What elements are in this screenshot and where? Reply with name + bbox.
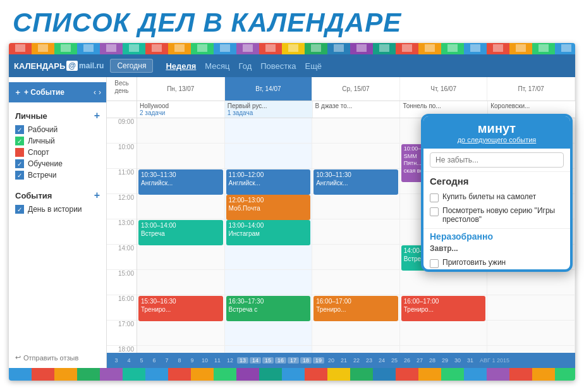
slot-tue-1[interactable] bbox=[225, 144, 312, 169]
slot-thu-9[interactable] bbox=[400, 346, 487, 353]
slot-tue-5[interactable] bbox=[225, 245, 312, 270]
mini-day-3[interactable]: 3 bbox=[111, 357, 122, 364]
sidebar-item-vstrechi[interactable]: Встречи bbox=[9, 169, 106, 181]
event-wed-english[interactable]: 10:30–11:30Английск... bbox=[313, 169, 398, 195]
sidebar-item-den-v-istorii[interactable]: День в истории bbox=[9, 204, 106, 215]
day-header-fri[interactable]: Пт, 17/07 bbox=[487, 77, 575, 101]
mini-day-15[interactable]: 15 bbox=[262, 357, 274, 364]
sidebar-item-obuchenie[interactable]: Обучение bbox=[9, 158, 106, 169]
checkbox-den-v-istorii[interactable] bbox=[15, 205, 24, 214]
event-tue-english[interactable]: 11:00–12:00Английск... bbox=[226, 169, 311, 195]
todo-checkbox-2[interactable] bbox=[430, 207, 439, 216]
slot-wed-6[interactable] bbox=[312, 270, 399, 295]
slot-fri-8[interactable] bbox=[487, 321, 575, 346]
event-wed-trenirovka[interactable]: 16:00–17:00Трениро... bbox=[313, 296, 398, 321]
slot-mon-0[interactable] bbox=[137, 118, 224, 144]
day-header-mon[interactable]: Пн, 13/07 bbox=[137, 77, 225, 101]
mini-day-12[interactable]: 12 bbox=[224, 357, 236, 364]
day-header-wed[interactable]: Ср, 15/07 bbox=[312, 77, 400, 101]
slot-tue-6[interactable] bbox=[225, 270, 312, 295]
todo-input[interactable] bbox=[430, 152, 564, 168]
mini-day-25[interactable]: 25 bbox=[389, 357, 400, 364]
slot-mon-1[interactable] bbox=[137, 144, 224, 169]
mini-day-21[interactable]: 21 bbox=[338, 357, 350, 364]
today-button[interactable]: Сегодня bbox=[110, 59, 153, 73]
mini-day-4[interactable]: 4 bbox=[123, 357, 135, 364]
mini-day-24[interactable]: 24 bbox=[376, 357, 387, 364]
event-tue-mobpochta[interactable]: 12:00–13:00Моб.Почта bbox=[226, 195, 311, 220]
mini-day-13[interactable]: 13 bbox=[237, 357, 248, 364]
slot-tue-8[interactable] bbox=[225, 321, 312, 346]
mini-day-17[interactable]: 17 bbox=[288, 357, 299, 364]
mini-day-10[interactable]: 10 bbox=[199, 357, 210, 364]
nav-link-more[interactable]: Ещё bbox=[305, 61, 322, 71]
event-mon-english[interactable]: 10:30–11:30Английск... bbox=[138, 169, 223, 195]
todo-item-2[interactable]: Посмотреть новую серию "Игры престолов" bbox=[430, 204, 564, 226]
event-mon-trenirovka[interactable]: 15:30–16:30Трениро... bbox=[138, 296, 223, 321]
todo-checkbox-3[interactable] bbox=[430, 259, 439, 268]
mini-day-31[interactable]: 31 bbox=[465, 357, 476, 364]
add-personal-button[interactable]: + bbox=[94, 110, 100, 121]
event-tue-vstrecha2[interactable]: 16:30–17:30Встреча с bbox=[226, 296, 311, 321]
mini-day-16[interactable]: 16 bbox=[275, 357, 286, 364]
checkbox-vstrechi[interactable] bbox=[15, 171, 24, 180]
mini-day-5[interactable]: 5 bbox=[136, 357, 147, 364]
next-event-label[interactable]: до следующего события bbox=[431, 136, 563, 144]
slot-wed-1[interactable] bbox=[312, 144, 399, 169]
mini-day-11[interactable]: 11 bbox=[212, 357, 223, 364]
slot-thu-8[interactable] bbox=[400, 321, 487, 346]
mini-day-29[interactable]: 29 bbox=[439, 357, 451, 364]
todo-checkbox-1[interactable] bbox=[430, 193, 439, 202]
nav-link-week[interactable]: Неделя bbox=[166, 61, 196, 71]
sidebar-item-sport[interactable]: Спорт bbox=[9, 147, 106, 158]
slot-wed-8[interactable] bbox=[312, 321, 399, 346]
checkbox-sport[interactable] bbox=[15, 148, 24, 157]
next-arrow[interactable]: › bbox=[99, 88, 101, 97]
todo-item-3[interactable]: Приготовить ужин bbox=[423, 257, 570, 269]
mini-day-27[interactable]: 27 bbox=[414, 357, 425, 364]
slot-mon-5[interactable] bbox=[137, 245, 224, 270]
prev-arrow[interactable]: ‹ bbox=[94, 88, 96, 97]
slot-mon-3[interactable] bbox=[137, 194, 224, 219]
slot-fri-9[interactable] bbox=[487, 346, 575, 353]
mini-day-8[interactable]: 8 bbox=[174, 357, 185, 364]
checkbox-rabochiy[interactable] bbox=[15, 125, 24, 134]
mini-day-6[interactable]: 6 bbox=[149, 357, 160, 364]
day-header-thu[interactable]: Чт, 16/07 bbox=[400, 77, 488, 101]
mini-day-22[interactable]: 22 bbox=[351, 357, 362, 364]
todo-item-1[interactable]: Купить билеты на самолет bbox=[430, 190, 564, 204]
slot-wed-4[interactable] bbox=[312, 219, 399, 245]
mini-day-23[interactable]: 23 bbox=[363, 357, 375, 364]
slot-fri-6[interactable] bbox=[487, 270, 575, 295]
mini-day-30[interactable]: 30 bbox=[452, 357, 463, 364]
slot-fri-7[interactable] bbox=[487, 295, 575, 321]
add-event-button[interactable]: ＋ + Событие bbox=[14, 87, 64, 98]
mini-day-20[interactable]: 20 bbox=[325, 357, 337, 364]
slot-wed-9[interactable] bbox=[312, 346, 399, 353]
mini-day-18[interactable]: 18 bbox=[300, 357, 312, 364]
slot-mon-9[interactable] bbox=[137, 346, 224, 353]
mini-day-26[interactable]: 26 bbox=[401, 357, 413, 364]
slot-tue-9[interactable] bbox=[225, 346, 312, 353]
nav-link-agenda[interactable]: Повестка bbox=[260, 61, 296, 71]
slot-mon-6[interactable] bbox=[137, 270, 224, 295]
add-event-section-button[interactable]: + bbox=[94, 190, 100, 201]
mini-day-19[interactable]: 19 bbox=[313, 357, 324, 364]
mini-day-14[interactable]: 14 bbox=[250, 357, 261, 364]
checkbox-obuchenie[interactable] bbox=[15, 159, 24, 168]
mini-day-9[interactable]: 9 bbox=[186, 357, 198, 364]
mini-day-28[interactable]: 28 bbox=[427, 357, 438, 364]
event-tue-instagram[interactable]: 13:00–14:00Инстаграм bbox=[226, 220, 311, 245]
sidebar-item-lichny[interactable]: Личный bbox=[9, 135, 106, 147]
slot-tue-0[interactable] bbox=[225, 118, 312, 144]
slot-thu-6[interactable] bbox=[400, 270, 487, 295]
nav-link-year[interactable]: Год bbox=[239, 61, 252, 71]
slot-wed-3[interactable] bbox=[312, 194, 399, 219]
slot-mon-8[interactable] bbox=[137, 321, 224, 346]
slot-wed-0[interactable] bbox=[312, 118, 399, 144]
day-header-tue[interactable]: Вт, 14/07 bbox=[225, 77, 313, 101]
checkbox-lichny[interactable] bbox=[15, 137, 24, 145]
event-mon-vstrecha[interactable]: 13:00–14:00Встреча bbox=[138, 220, 223, 245]
event-thu-trenirovka[interactable]: 16:00–17:00Трениро... bbox=[401, 296, 486, 321]
nav-link-month[interactable]: Месяц bbox=[205, 61, 229, 71]
